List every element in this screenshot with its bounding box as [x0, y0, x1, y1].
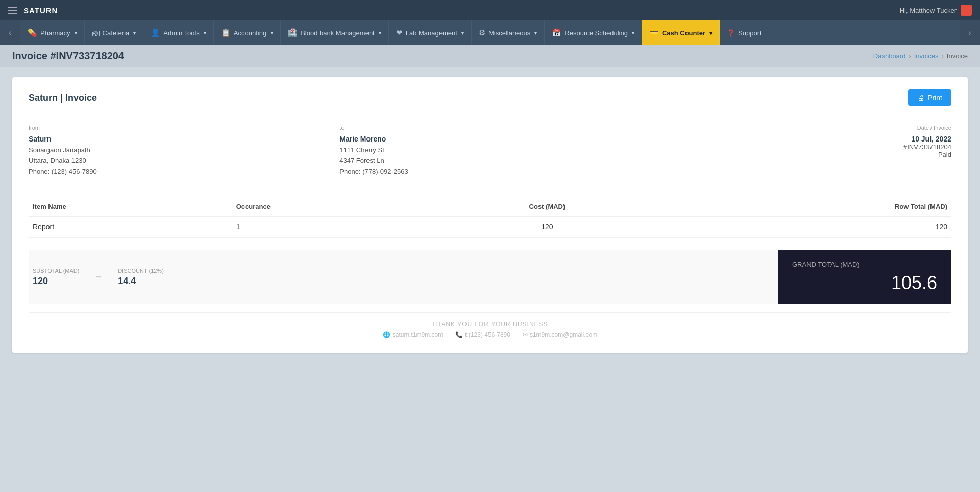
accounting-icon: 📋: [221, 28, 231, 37]
subtotal-value: 120: [33, 276, 79, 287]
from-label: from: [29, 125, 329, 131]
chevron-down-icon: ▾: [709, 30, 712, 36]
invoice-footer: THANK YOU FOR YOUR BUSINESS 🌐 saturn.t1m…: [29, 312, 951, 340]
from-address: from Saturn Sonargaon Janapath Uttara, D…: [29, 125, 329, 177]
globe-icon: 🌐: [383, 331, 390, 338]
table-body: Report 1 120 120: [29, 216, 951, 238]
chevron-down-icon: ▾: [534, 30, 537, 36]
cash-counter-icon: 💳: [649, 28, 659, 37]
table-header-row: Item Name Occurance Cost (MAD) Row Total…: [29, 198, 951, 216]
admin-tools-icon: 👤: [151, 28, 160, 37]
miscellaneous-icon: ⚙: [479, 28, 485, 37]
nav-items: 💊 Pharmacy ▾ 🍽 Cafeteria ▾ 👤 Admin Tools…: [20, 20, 960, 45]
nav-label-blood-bank: Blood bank Management: [301, 29, 375, 37]
nav-item-cafeteria[interactable]: 🍽 Cafeteria ▾: [85, 20, 144, 45]
email-icon: ✉: [523, 331, 528, 338]
nav-item-support[interactable]: ❓ Support: [720, 20, 769, 45]
nav-label-accounting: Accounting: [234, 29, 266, 37]
footer-phone-text: t:(123) 456-7890: [465, 331, 510, 338]
nav-item-lab[interactable]: ❤ Lab Management ▾: [389, 20, 472, 45]
blood-bank-icon: 🏥: [288, 28, 298, 37]
invoice-card: Saturn | Invoice 🖨 Print from Saturn Son…: [12, 77, 968, 353]
print-button[interactable]: 🖨 Print: [908, 89, 951, 106]
phone-icon: 📞: [455, 331, 463, 338]
footer-email: ✉ s1m9m.com@gmail.com: [523, 331, 597, 338]
printer-icon: 🖨: [917, 93, 924, 102]
col-cost: Cost (MAD): [439, 198, 655, 216]
subtotal-area: SUBTOTAL (MAD) 120 − Discount (12%) 14.4: [29, 250, 778, 304]
to-address1: 1111 Cherry St: [339, 145, 640, 156]
nav-item-cash-counter[interactable]: 💳 Cash Counter ▾: [642, 20, 720, 45]
col-item-name: Item Name: [29, 198, 232, 216]
table-row: Report 1 120 120: [29, 216, 951, 238]
resource-scheduling-icon: 📅: [552, 28, 561, 37]
footer-website-text: saturn.t1m9m.com: [393, 331, 443, 338]
grand-total-value: 105.6: [792, 272, 937, 294]
invoice-table: Item Name Occurance Cost (MAD) Row Total…: [29, 198, 951, 238]
navbar: ‹ 💊 Pharmacy ▾ 🍽 Cafeteria ▾ 👤 Admin Too…: [0, 20, 980, 45]
nav-label-admin-tools: Admin Tools: [163, 29, 200, 37]
invoice-id: #INV733718204: [651, 143, 951, 151]
nav-label-pharmacy: Pharmacy: [40, 29, 70, 37]
invoice-addresses: from Saturn Sonargaon Janapath Uttara, D…: [29, 116, 951, 185]
to-phone: Phone: (778)-092-2563: [339, 167, 640, 177]
discount-block: Discount (12%) 14.4: [118, 268, 164, 287]
totals-section: SUBTOTAL (MAD) 120 − Discount (12%) 14.4…: [29, 250, 951, 304]
nav-next-arrow[interactable]: ›: [960, 20, 980, 45]
subtotal-label: SUBTOTAL (MAD): [33, 268, 79, 274]
print-label: Print: [927, 93, 942, 102]
invoice-status: Paid: [651, 151, 951, 158]
lab-icon: ❤: [396, 28, 403, 37]
main-content: Saturn | Invoice 🖨 Print from Saturn Son…: [0, 67, 980, 363]
nav-prev-arrow[interactable]: ‹: [0, 20, 20, 45]
nav-item-resource-scheduling[interactable]: 📅 Resource Scheduling ▾: [545, 20, 642, 45]
footer-website: 🌐 saturn.t1m9m.com: [383, 331, 443, 338]
col-row-total: Row Total (MAD): [655, 198, 952, 216]
chevron-down-icon: ▾: [379, 30, 381, 36]
breadcrumb-sep-2: ›: [941, 52, 943, 60]
invoice-brand: Saturn | Invoice: [29, 92, 97, 103]
breadcrumb-sep-1: ›: [909, 52, 911, 60]
app-brand: SATURN: [23, 6, 58, 15]
nav-item-admin-tools[interactable]: 👤 Admin Tools ▾: [143, 20, 214, 45]
footer-contacts: 🌐 saturn.t1m9m.com 📞 t:(123) 456-7890 ✉ …: [29, 331, 951, 338]
footer-thanks: THANK YOU FOR YOUR BUSINESS: [29, 321, 951, 328]
hamburger-menu[interactable]: [8, 7, 17, 14]
user-greeting: Hi, Matthew Tucker: [900, 7, 957, 14]
col-occurance: Occurance: [232, 198, 439, 216]
breadcrumb-invoices[interactable]: Invoices: [914, 52, 939, 60]
nav-label-lab: Lab Management: [406, 29, 457, 37]
topbar-left: SATURN: [8, 6, 58, 15]
cell-occurance: 1: [232, 216, 439, 238]
cell-cost: 120: [439, 216, 655, 238]
discount-value: 14.4: [118, 276, 164, 287]
invoice-header-row: Saturn | Invoice 🖨 Print: [29, 89, 951, 106]
from-address2: Uttara, Dhaka 1230: [29, 156, 329, 167]
chevron-down-icon: ▾: [75, 30, 77, 36]
breadcrumb-bar: Invoice #INV733718204 Dashboard › Invoic…: [0, 45, 980, 67]
from-phone: Phone: (123) 456-7890: [29, 167, 329, 177]
footer-email-text: s1m9m.com@gmail.com: [530, 331, 597, 338]
invoice-date: 10 Jul, 2022: [651, 135, 951, 143]
chevron-down-icon: ▾: [461, 30, 464, 36]
grand-total-area: GRAND TOTAL (MAD) 105.6: [778, 250, 951, 304]
nav-item-miscellaneous[interactable]: ⚙ Miscellaneous ▾: [472, 20, 545, 45]
invoice-meta: Date / Invoice 10 Jul, 2022 #INV73371820…: [651, 125, 951, 177]
subtotal-block: SUBTOTAL (MAD) 120: [33, 268, 79, 287]
date-invoice-label: Date / Invoice: [651, 125, 951, 131]
page-title: Invoice #INV733718204: [12, 50, 124, 62]
breadcrumb: Dashboard › Invoices › Invoice: [873, 52, 968, 60]
cell-row-total: 120: [655, 216, 952, 238]
nav-label-cash-counter: Cash Counter: [662, 29, 705, 37]
chevron-down-icon: ▾: [271, 30, 273, 36]
nav-item-accounting[interactable]: 📋 Accounting ▾: [214, 20, 281, 45]
breadcrumb-dashboard[interactable]: Dashboard: [873, 52, 906, 60]
nav-item-blood-bank[interactable]: 🏥 Blood bank Management ▾: [281, 20, 389, 45]
minus-sign: −: [95, 271, 102, 283]
nav-label-miscellaneous: Miscellaneous: [488, 29, 530, 37]
avatar: [961, 5, 972, 16]
chevron-down-icon: ▾: [204, 30, 206, 36]
nav-item-pharmacy[interactable]: 💊 Pharmacy ▾: [20, 20, 85, 45]
nav-label-resource-scheduling: Resource Scheduling: [565, 29, 628, 37]
topbar: SATURN Hi, Matthew Tucker: [0, 0, 980, 20]
